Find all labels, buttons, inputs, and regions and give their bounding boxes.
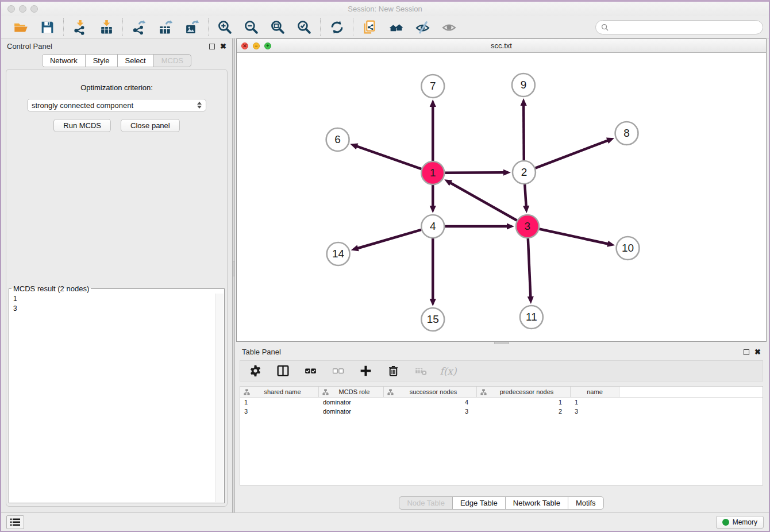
graph-node[interactable]: 15 xyxy=(421,308,444,331)
mcds-result-list: 13 xyxy=(10,294,215,502)
graph-node[interactable]: 6 xyxy=(326,128,349,151)
import-table-icon[interactable] xyxy=(98,18,115,36)
float-panel-icon[interactable] xyxy=(209,44,215,49)
control-panel-title: Control Panel xyxy=(7,42,52,51)
tab-select[interactable]: Select xyxy=(117,54,154,67)
network-from-file-icon[interactable] xyxy=(361,18,378,36)
memory-button[interactable]: Memory xyxy=(716,516,764,529)
search-input[interactable] xyxy=(611,23,757,32)
splitter-grip[interactable] xyxy=(233,261,234,276)
tab-motifs[interactable]: Motifs xyxy=(568,496,604,510)
minimize-window-button[interactable] xyxy=(19,5,26,13)
show-all-icon[interactable] xyxy=(440,18,457,36)
optimization-criterion-label: Optimization criterion: xyxy=(6,83,227,92)
export-network-icon[interactable] xyxy=(130,18,148,36)
hide-selected-icon[interactable] xyxy=(414,18,431,36)
deselect-all-checkboxes-icon[interactable] xyxy=(331,364,345,378)
float-panel-icon[interactable] xyxy=(744,349,749,355)
graph-node[interactable]: 14 xyxy=(327,242,350,265)
graph-edge[interactable] xyxy=(536,140,609,168)
graph-node[interactable]: 7 xyxy=(421,75,444,98)
table-cell[interactable]: dominator xyxy=(319,399,384,406)
table-cell[interactable]: 2 xyxy=(477,408,571,415)
graph-edge[interactable] xyxy=(356,146,422,169)
graph-edge[interactable] xyxy=(528,238,531,298)
graph-node[interactable]: 3 xyxy=(516,215,539,238)
close-panel-button[interactable]: Close panel xyxy=(121,119,180,132)
import-network-icon[interactable] xyxy=(71,18,88,36)
tab-network-table[interactable]: Network Table xyxy=(505,496,568,510)
network-canvas[interactable]: 7968124314101511 xyxy=(237,53,766,341)
export-table-icon[interactable] xyxy=(157,18,174,36)
zoom-out-icon[interactable] xyxy=(242,18,260,36)
zoom-in-icon[interactable] xyxy=(216,18,233,36)
horizontal-splitter[interactable] xyxy=(236,342,767,344)
open-session-icon[interactable] xyxy=(12,18,29,36)
function-builder-icon[interactable]: f(x) xyxy=(441,364,455,378)
minimize-view-button[interactable]: − xyxy=(253,43,260,49)
graph-node[interactable]: 1 xyxy=(421,161,444,184)
tab-mcds[interactable]: MCDS xyxy=(153,54,191,67)
table-cell[interactable]: 4 xyxy=(384,399,477,406)
graph-node[interactable]: 4 xyxy=(421,215,444,238)
task-history-button[interactable] xyxy=(6,515,24,529)
graph-edge[interactable] xyxy=(539,229,609,244)
maximize-window-button[interactable] xyxy=(30,5,38,13)
graph-edge[interactable] xyxy=(357,230,421,249)
control-panel-tabs: Network Style Select MCDS xyxy=(1,54,232,67)
column-header[interactable]: MCDS role xyxy=(319,387,384,397)
save-session-icon[interactable] xyxy=(38,18,56,36)
search-field[interactable] xyxy=(595,20,763,34)
table-row[interactable]: 3dominator323 xyxy=(240,407,763,416)
table-row[interactable]: 1dominator411 xyxy=(240,398,763,407)
column-header[interactable]: successor nodes xyxy=(384,387,477,397)
graph-node[interactable]: 11 xyxy=(520,306,543,329)
export-image-icon[interactable] xyxy=(183,18,201,36)
add-column-icon[interactable] xyxy=(359,364,372,378)
refresh-icon[interactable] xyxy=(328,18,345,36)
result-scrollbar[interactable] xyxy=(215,294,224,502)
table-cell[interactable]: 1 xyxy=(477,399,571,406)
maximize-view-button[interactable]: + xyxy=(264,43,271,49)
table-cell[interactable]: dominator xyxy=(319,408,384,415)
delete-table-icon[interactable] xyxy=(414,364,428,378)
table-cell[interactable]: 1 xyxy=(571,399,619,406)
tab-edge-table[interactable]: Edge Table xyxy=(452,496,506,510)
table-cell[interactable]: 3 xyxy=(571,408,619,415)
graph-edge[interactable] xyxy=(523,105,524,160)
column-header[interactable]: name xyxy=(571,387,619,397)
graph-node[interactable]: 10 xyxy=(617,237,640,260)
table-cell[interactable]: 1 xyxy=(240,399,319,406)
result-item[interactable]: 1 xyxy=(10,294,215,304)
splitter-grip[interactable] xyxy=(494,342,509,344)
graph-edge[interactable] xyxy=(525,184,526,207)
close-panel-icon[interactable]: ✖ xyxy=(220,43,226,50)
column-header[interactable]: shared name xyxy=(240,387,319,397)
graph-edge[interactable] xyxy=(450,183,517,221)
tab-style[interactable]: Style xyxy=(85,54,118,67)
zoom-selected-icon[interactable] xyxy=(295,18,313,36)
dropdown-stepper-icon xyxy=(197,102,202,109)
gear-icon[interactable] xyxy=(248,364,262,378)
table-cell[interactable]: 3 xyxy=(240,408,319,415)
tab-node-table[interactable]: Node Table xyxy=(399,496,453,510)
run-mcds-button[interactable]: Run MCDS xyxy=(53,119,111,132)
vertical-splitter[interactable] xyxy=(232,38,235,512)
home-icon[interactable] xyxy=(387,18,405,36)
graph-node[interactable]: 2 xyxy=(513,161,536,184)
close-panel-icon[interactable]: ✖ xyxy=(754,348,761,356)
zoom-fit-icon[interactable] xyxy=(269,18,286,36)
close-view-button[interactable]: ✕ xyxy=(241,43,248,49)
select-all-checkboxes-icon[interactable] xyxy=(303,364,317,378)
close-window-button[interactable] xyxy=(7,5,15,13)
table-cell[interactable]: 3 xyxy=(384,408,477,415)
criterion-dropdown[interactable]: strongly connected component xyxy=(27,99,206,111)
tab-network[interactable]: Network xyxy=(42,54,86,67)
split-columns-icon[interactable] xyxy=(276,364,290,378)
delete-column-icon[interactable] xyxy=(386,364,400,378)
graph-node[interactable]: 9 xyxy=(512,74,535,97)
graph-edge[interactable] xyxy=(445,172,505,173)
column-header[interactable]: predecessor nodes xyxy=(477,387,571,397)
graph-node[interactable]: 8 xyxy=(615,122,638,145)
result-item[interactable]: 3 xyxy=(10,304,215,314)
